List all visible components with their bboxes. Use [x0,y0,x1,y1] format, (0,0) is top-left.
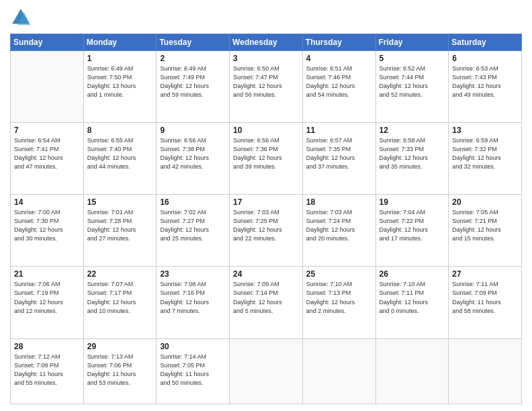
calendar-cell: 28Sunrise: 7:12 AM Sunset: 7:08 PM Dayli… [11,338,84,404]
day-number: 6 [452,54,518,63]
day-info: Sunrise: 7:14 AM Sunset: 7:05 PM Dayligh… [160,353,226,387]
day-header-monday: Monday [83,34,157,51]
calendar-cell: 25Sunrise: 7:10 AM Sunset: 7:13 PM Dayli… [302,267,375,338]
calendar-week-2: 7Sunrise: 6:54 AM Sunset: 7:41 PM Daylig… [11,123,522,195]
day-number: 18 [306,197,372,207]
calendar-cell: 10Sunrise: 6:56 AM Sunset: 7:36 PM Dayli… [230,123,303,195]
day-info: Sunrise: 7:02 AM Sunset: 7:27 PM Dayligh… [160,208,226,243]
calendar-cell: 6Sunrise: 6:53 AM Sunset: 7:43 PM Daylig… [449,51,522,123]
calendar-cell [230,338,303,404]
calendar-cell [302,338,375,404]
calendar-cell: 9Sunrise: 6:56 AM Sunset: 7:38 PM Daylig… [157,123,230,195]
logo [10,7,34,28]
day-number: 8 [87,126,153,135]
calendar-cell: 12Sunrise: 6:58 AM Sunset: 7:33 PM Dayli… [375,123,449,195]
day-info: Sunrise: 6:49 AM Sunset: 7:50 PM Dayligh… [87,64,153,99]
day-number: 26 [380,269,445,279]
calendar-cell: 16Sunrise: 7:02 AM Sunset: 7:27 PM Dayli… [157,195,230,267]
day-info: Sunrise: 6:51 AM Sunset: 7:46 PM Dayligh… [306,64,372,99]
day-info: Sunrise: 6:53 AM Sunset: 7:43 PM Dayligh… [452,64,518,99]
header [10,7,522,28]
calendar-cell: 23Sunrise: 7:08 AM Sunset: 7:16 PM Dayli… [157,267,230,338]
day-number: 2 [160,54,226,63]
day-info: Sunrise: 7:00 AM Sunset: 7:30 PM Dayligh… [14,208,80,243]
day-info: Sunrise: 6:55 AM Sunset: 7:40 PM Dayligh… [87,136,153,171]
day-number: 20 [452,197,518,207]
calendar-week-4: 21Sunrise: 7:06 AM Sunset: 7:19 PM Dayli… [11,267,522,338]
day-number: 7 [14,126,80,135]
day-info: Sunrise: 6:58 AM Sunset: 7:33 PM Dayligh… [380,136,445,171]
day-header-friday: Friday [375,34,449,51]
day-number: 25 [306,269,372,279]
day-number: 16 [160,197,226,207]
day-info: Sunrise: 7:03 AM Sunset: 7:24 PM Dayligh… [306,208,372,243]
calendar-week-3: 14Sunrise: 7:00 AM Sunset: 7:30 PM Dayli… [11,195,522,267]
calendar-cell: 1Sunrise: 6:49 AM Sunset: 7:50 PM Daylig… [83,51,157,123]
calendar-cell: 21Sunrise: 7:06 AM Sunset: 7:19 PM Dayli… [11,267,84,338]
day-info: Sunrise: 6:52 AM Sunset: 7:44 PM Dayligh… [380,64,445,99]
day-number: 3 [233,54,299,63]
day-header-sunday: Sunday [11,34,84,51]
day-number: 10 [233,126,299,135]
day-info: Sunrise: 7:10 AM Sunset: 7:11 PM Dayligh… [380,280,445,315]
day-number: 1 [87,54,153,63]
day-header-saturday: Saturday [449,34,522,51]
calendar-cell: 2Sunrise: 6:49 AM Sunset: 7:49 PM Daylig… [157,51,230,123]
day-header-thursday: Thursday [302,34,375,51]
day-info: Sunrise: 6:59 AM Sunset: 7:32 PM Dayligh… [452,136,518,171]
calendar-cell: 11Sunrise: 6:57 AM Sunset: 7:35 PM Dayli… [302,123,375,195]
calendar-cell: 19Sunrise: 7:04 AM Sunset: 7:22 PM Dayli… [375,195,449,267]
day-info: Sunrise: 6:49 AM Sunset: 7:49 PM Dayligh… [160,64,226,99]
day-info: Sunrise: 6:54 AM Sunset: 7:41 PM Dayligh… [14,136,80,171]
day-number: 22 [87,269,153,279]
day-info: Sunrise: 7:05 AM Sunset: 7:21 PM Dayligh… [452,208,518,243]
calendar-cell [449,338,522,404]
day-number: 12 [380,126,445,135]
day-number: 13 [452,126,518,135]
day-info: Sunrise: 6:56 AM Sunset: 7:38 PM Dayligh… [160,136,226,171]
calendar-week-5: 28Sunrise: 7:12 AM Sunset: 7:08 PM Dayli… [11,338,522,404]
day-number: 4 [306,54,372,63]
calendar-table: SundayMondayTuesdayWednesdayThursdayFrid… [10,34,522,404]
day-number: 19 [380,197,445,207]
calendar-cell: 8Sunrise: 6:55 AM Sunset: 7:40 PM Daylig… [83,123,157,195]
day-number: 14 [14,197,80,207]
logo-icon [10,7,32,28]
day-info: Sunrise: 6:56 AM Sunset: 7:36 PM Dayligh… [233,136,299,171]
calendar-cell: 13Sunrise: 6:59 AM Sunset: 7:32 PM Dayli… [449,123,522,195]
calendar-cell: 15Sunrise: 7:01 AM Sunset: 7:28 PM Dayli… [83,195,157,267]
day-number: 24 [233,269,299,279]
calendar-cell: 14Sunrise: 7:00 AM Sunset: 7:30 PM Dayli… [11,195,84,267]
day-info: Sunrise: 7:04 AM Sunset: 7:22 PM Dayligh… [380,208,445,243]
day-number: 15 [87,197,153,207]
calendar-cell: 3Sunrise: 6:50 AM Sunset: 7:47 PM Daylig… [230,51,303,123]
day-info: Sunrise: 6:50 AM Sunset: 7:47 PM Dayligh… [233,64,299,99]
day-info: Sunrise: 7:11 AM Sunset: 7:09 PM Dayligh… [452,280,518,315]
day-info: Sunrise: 7:10 AM Sunset: 7:13 PM Dayligh… [306,280,372,315]
day-number: 28 [14,342,80,351]
day-info: Sunrise: 7:06 AM Sunset: 7:19 PM Dayligh… [14,280,80,315]
day-number: 27 [452,269,518,279]
calendar-cell: 5Sunrise: 6:52 AM Sunset: 7:44 PM Daylig… [375,51,449,123]
calendar-week-1: 1Sunrise: 6:49 AM Sunset: 7:50 PM Daylig… [11,51,522,123]
day-info: Sunrise: 7:08 AM Sunset: 7:16 PM Dayligh… [160,280,226,315]
calendar-cell: 4Sunrise: 6:51 AM Sunset: 7:46 PM Daylig… [302,51,375,123]
day-header-wednesday: Wednesday [230,34,303,51]
calendar-cell [375,338,449,404]
calendar-cell: 30Sunrise: 7:14 AM Sunset: 7:05 PM Dayli… [157,338,230,404]
day-info: Sunrise: 7:09 AM Sunset: 7:14 PM Dayligh… [233,280,299,315]
calendar-header-row: SundayMondayTuesdayWednesdayThursdayFrid… [11,34,522,51]
day-number: 30 [160,342,226,351]
day-number: 9 [160,126,226,135]
calendar-cell: 20Sunrise: 7:05 AM Sunset: 7:21 PM Dayli… [449,195,522,267]
day-info: Sunrise: 7:07 AM Sunset: 7:17 PM Dayligh… [87,280,153,315]
day-info: Sunrise: 7:03 AM Sunset: 7:25 PM Dayligh… [233,208,299,243]
day-number: 5 [380,54,445,63]
day-number: 17 [233,197,299,207]
calendar-cell: 29Sunrise: 7:13 AM Sunset: 7:06 PM Dayli… [83,338,157,404]
calendar-cell: 17Sunrise: 7:03 AM Sunset: 7:25 PM Dayli… [230,195,303,267]
day-info: Sunrise: 7:13 AM Sunset: 7:06 PM Dayligh… [87,353,153,387]
page: SundayMondayTuesdayWednesdayThursdayFrid… [0,0,532,411]
day-info: Sunrise: 7:12 AM Sunset: 7:08 PM Dayligh… [14,353,80,387]
day-number: 29 [87,342,153,351]
